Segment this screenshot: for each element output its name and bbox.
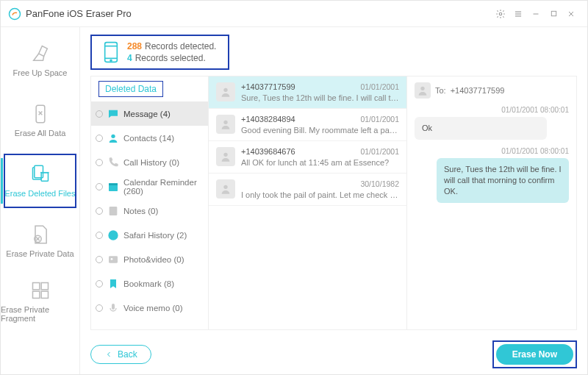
- calendar-icon: [107, 181, 119, 193]
- category-label: Message (4): [123, 110, 171, 118]
- conversation-column: To:+14037717599 01/01/2001 08:00:01 Ok 0…: [407, 76, 576, 329]
- erase-now-button[interactable]: Erase Now: [496, 344, 573, 365]
- settings-icon[interactable]: [492, 5, 509, 23]
- message-preview: All OK for lunch at 11:45 am at Essence?: [241, 158, 399, 167]
- message-preview: I only took the pail of paint. Let me ch…: [241, 190, 399, 199]
- avatar: [415, 82, 431, 99]
- to-number: +14037717599: [451, 86, 505, 95]
- svg-rect-23: [105, 43, 118, 63]
- message-item[interactable]: +1403771759901/01/2001Sure, Tues the 12t…: [209, 76, 406, 109]
- category-label: Photo&video (0): [123, 255, 184, 264]
- phone-icon: [104, 41, 118, 63]
- records-detected-count: 288: [127, 41, 142, 51]
- file-x-icon: [30, 224, 51, 245]
- radio-icon: [96, 232, 103, 239]
- sidebar-item-free-up-space[interactable]: Free Up Space: [1, 30, 79, 90]
- svg-rect-30: [110, 207, 118, 215]
- svg-rect-32: [109, 256, 118, 262]
- svg-point-31: [109, 231, 118, 240]
- minimize-button[interactable]: [527, 5, 545, 23]
- bubble-text: Ok: [415, 117, 547, 140]
- message-number: +14039684676: [241, 147, 295, 156]
- bubble-incoming: 01/01/2001 08:00:01 Ok: [415, 106, 569, 140]
- category-title: Deleted Data: [98, 81, 163, 97]
- message-item[interactable]: +1403828489401/01/2001Good evening Bill.…: [209, 109, 406, 141]
- sidebar-item-label: Erase Deleted Files: [5, 189, 76, 198]
- records-selected-label: Records selected.: [135, 53, 206, 63]
- maximize-button[interactable]: [545, 5, 562, 23]
- radio-icon: [96, 256, 103, 263]
- category-item-voice-memo[interactable]: Voice memo (0): [91, 296, 208, 320]
- svg-rect-34: [112, 304, 115, 310]
- avatar: [216, 147, 235, 166]
- svg-rect-6: [551, 11, 556, 15]
- message-item[interactable]: +1403968467601/01/2001All OK for lunch a…: [209, 141, 406, 174]
- message-item[interactable]: 30/10/1982I only took the pail of paint.…: [209, 174, 406, 206]
- svg-point-0: [10, 8, 21, 19]
- category-item-calendar[interactable]: Calendar Reminder (260): [91, 174, 208, 199]
- sidebar-item-erase-all-data[interactable]: Erase All Data: [1, 90, 79, 151]
- bubble-time: 01/01/2001 08:00:01: [415, 147, 569, 155]
- records-summary: 288Records detected. 4Records selected.: [90, 35, 229, 70]
- bubble-outgoing: 01/01/2001 08:00:01 Sure, Tues the 12th …: [415, 147, 569, 203]
- message-date: 01/01/2001: [360, 82, 399, 91]
- category-label: Contacts (14): [123, 134, 174, 143]
- sidebar-item-erase-private-fragment[interactable]: Erase Private Fragment: [1, 271, 79, 332]
- app-title: PanFone iOS Eraser Pro: [26, 8, 132, 19]
- category-item-notes[interactable]: Notes (0): [91, 199, 208, 223]
- category-item-photo-video[interactable]: Photo&video (0): [91, 247, 208, 271]
- radio-icon: [96, 280, 103, 288]
- category-item-safari[interactable]: Safari History (2): [91, 223, 208, 247]
- to-prefix: To:: [435, 86, 446, 95]
- category-label: Voice memo (0): [123, 304, 183, 312]
- category-item-bookmark[interactable]: Bookmark (8): [91, 271, 208, 296]
- back-label: Back: [118, 349, 137, 360]
- svg-point-33: [111, 258, 113, 260]
- phone-x-icon: [30, 104, 51, 124]
- svg-point-27: [111, 134, 115, 138]
- svg-point-36: [223, 121, 227, 124]
- titlebar: PanFone iOS Eraser Pro: [1, 1, 587, 27]
- category-label: Bookmark (8): [123, 279, 174, 288]
- files-trash-icon: [30, 164, 51, 185]
- svg-point-38: [223, 185, 227, 189]
- close-button[interactable]: [562, 5, 580, 23]
- erase-now-highlight: Erase Now: [492, 340, 577, 368]
- message-date: 01/01/2001: [360, 147, 399, 156]
- sidebar-item-label: Erase Private Fragment: [1, 305, 79, 323]
- fragment-icon: [30, 280, 51, 301]
- radio-icon: [96, 135, 103, 142]
- svg-rect-20: [41, 283, 48, 290]
- bubble-time: 01/01/2001 08:00:01: [415, 106, 569, 114]
- photo-icon: [107, 254, 119, 265]
- svg-rect-29: [109, 183, 118, 185]
- back-button[interactable]: Back: [90, 345, 151, 364]
- radio-icon: [96, 183, 103, 190]
- footer: Back Erase Now: [90, 340, 577, 368]
- avatar: [216, 82, 235, 101]
- sidebar-item-erase-private-data[interactable]: Erase Private Data: [1, 211, 79, 271]
- svg-point-1: [499, 12, 502, 15]
- data-panel: Deleted Data Message (4) Contacts (14) C…: [90, 76, 577, 330]
- radio-icon: [96, 304, 103, 312]
- sidebar-item-label: Erase All Data: [15, 129, 66, 138]
- category-label: Safari History (2): [123, 231, 187, 240]
- conversation-header: To:+14037717599: [415, 82, 569, 99]
- app-logo-icon: [8, 7, 21, 21]
- sidebar-item-erase-deleted-files[interactable]: Erase Deleted Files: [1, 151, 79, 211]
- svg-point-35: [223, 88, 227, 92]
- menu-icon[interactable]: [509, 5, 527, 23]
- category-item-contacts[interactable]: Contacts (14): [91, 126, 208, 150]
- sidebar-item-label: Free Up Space: [13, 68, 68, 77]
- notes-icon: [107, 205, 119, 217]
- category-item-message[interactable]: Message (4): [91, 101, 208, 126]
- category-item-call-history[interactable]: Call History (0): [91, 150, 208, 174]
- message-preview: Good evening Bill. My roommate left a pa…: [241, 126, 399, 135]
- safari-icon: [107, 229, 119, 241]
- avatar: [216, 115, 235, 134]
- svg-point-26: [110, 60, 112, 61]
- main-area: Free Up Space Erase All Data Erase Delet…: [1, 27, 587, 375]
- message-preview: Sure, Tues the 12th will be fine. I will…: [241, 93, 399, 102]
- message-date: 01/01/2001: [360, 115, 399, 124]
- svg-point-37: [223, 153, 227, 157]
